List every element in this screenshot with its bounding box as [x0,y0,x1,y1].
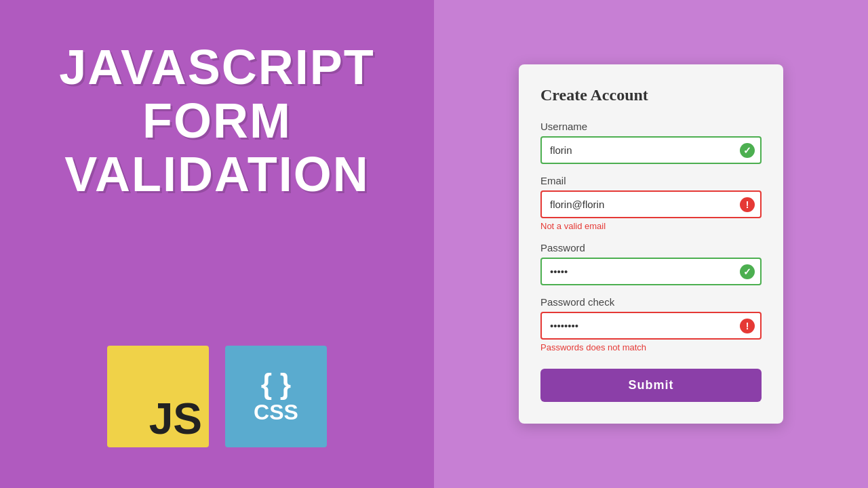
js-label: JS [149,397,202,441]
title-block: JAVASCRIPT FORM VALIDATION [59,41,374,202]
email-input[interactable] [540,190,762,218]
email-group: Email Not a valid email [540,175,762,231]
username-input[interactable] [540,136,762,164]
js-logo: JS [107,346,209,447]
password-check-error-message: Passwords does not match [540,342,762,352]
form-card: Create Account Username Email Not a vali… [519,64,783,424]
title-line3: VALIDATION [59,148,374,201]
form-title: Create Account [540,86,762,104]
password-check-group: Password check Passwords does not match [540,296,762,352]
email-error-icon [740,197,755,212]
username-input-wrapper [540,136,762,164]
css-braces: { } [261,370,291,399]
password-check-input-wrapper [540,312,762,340]
username-label: Username [540,121,762,132]
logos-row: JS { } CSS [107,346,327,447]
password-input-wrapper [540,258,762,285]
password-check-label: Password check [540,296,762,308]
submit-button[interactable]: Submit [540,369,762,402]
password-group: Password [540,242,762,285]
password-input[interactable] [540,258,762,285]
email-input-wrapper [540,190,762,218]
email-label: Email [540,175,762,186]
email-error-message: Not a valid email [540,221,762,231]
username-valid-icon [740,143,755,158]
css-logo: { } CSS [225,346,327,447]
left-panel: JAVASCRIPT FORM VALIDATION JS { } CSS [0,0,434,488]
username-group: Username [540,121,762,164]
title-line1: JAVASCRIPT [59,41,374,94]
password-valid-icon [740,264,755,279]
password-check-error-icon [740,319,755,333]
right-panel: Create Account Username Email Not a vali… [434,0,868,488]
password-label: Password [540,242,762,253]
css-label: CSS [254,401,298,423]
password-check-input[interactable] [540,312,762,340]
title-line2: FORM [59,94,374,148]
